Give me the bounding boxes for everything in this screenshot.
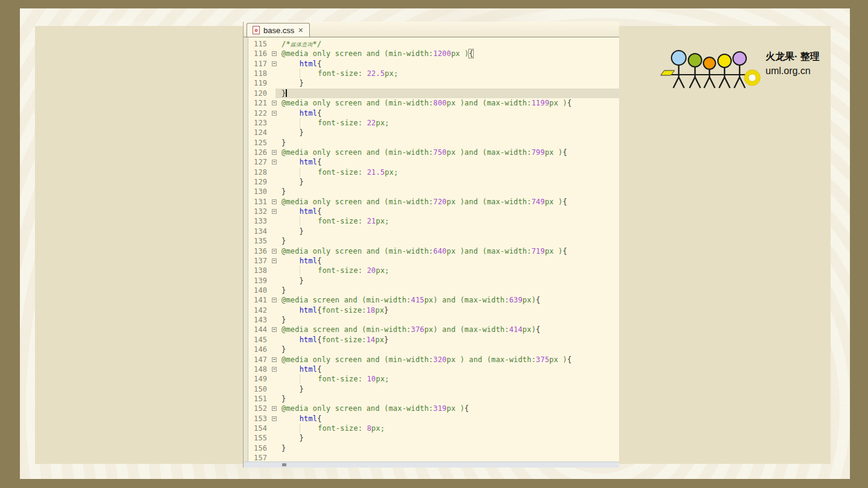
line-number: 143 bbox=[248, 315, 271, 325]
code-line-150: 150 } bbox=[248, 384, 619, 394]
code-area[interactable]: 115/*媒体查询*/116@media only screen and (mi… bbox=[244, 37, 619, 462]
line-number: 129 bbox=[248, 177, 271, 187]
code-line-120: 120} bbox=[248, 89, 619, 98]
code-text: } bbox=[281, 78, 304, 88]
line-number: 134 bbox=[248, 227, 271, 236]
fold-collapse-icon[interactable] bbox=[271, 246, 281, 256]
code-line-132: 132 html{ bbox=[248, 207, 619, 216]
code-text: @media only screen and (min-width:1200px… bbox=[281, 49, 473, 58]
fold-collapse-icon[interactable] bbox=[271, 108, 281, 118]
code-line-115: 115/*媒体查询*/ bbox=[248, 39, 619, 49]
code-text: } bbox=[281, 138, 286, 148]
fold-column bbox=[271, 187, 281, 196]
code-text: @media only screen and (min-width:640px … bbox=[281, 246, 567, 256]
fold-column bbox=[271, 384, 281, 394]
code-line-129: 129 } bbox=[248, 177, 619, 187]
code-text: } bbox=[281, 187, 286, 196]
fold-column bbox=[271, 315, 281, 325]
fold-column bbox=[271, 305, 281, 315]
logo-title: 火龙果· 整理 bbox=[766, 51, 820, 63]
fold-collapse-icon[interactable] bbox=[271, 207, 281, 216]
fold-collapse-icon[interactable] bbox=[271, 59, 281, 69]
fold-column bbox=[271, 216, 281, 226]
code-text: } bbox=[281, 177, 304, 187]
code-editor-window[interactable]: o base.css ✕ 115/*媒体查询*/116@media only s… bbox=[243, 22, 619, 468]
line-number: 137 bbox=[248, 256, 271, 266]
line-number: 125 bbox=[248, 138, 271, 148]
fold-collapse-icon[interactable] bbox=[271, 364, 281, 374]
code-text: } bbox=[281, 384, 304, 394]
line-number: 118 bbox=[248, 69, 271, 78]
code-line-125: 125} bbox=[248, 138, 619, 148]
css-file-icon: o bbox=[253, 26, 260, 34]
fold-collapse-icon[interactable] bbox=[271, 355, 281, 364]
code-line-130: 130} bbox=[248, 187, 619, 196]
fold-collapse-icon[interactable] bbox=[271, 98, 281, 108]
code-text: @media only screen and (min-width:720px … bbox=[281, 197, 567, 207]
line-number: 132 bbox=[248, 207, 271, 216]
code-text: html{font-size:14px} bbox=[281, 335, 389, 345]
fold-collapse-icon[interactable] bbox=[271, 148, 281, 157]
line-number: 121 bbox=[248, 98, 271, 108]
code-text: font-size: 8px; bbox=[281, 424, 385, 433]
tab-close-icon[interactable]: ✕ bbox=[298, 27, 303, 34]
line-number: 146 bbox=[248, 345, 271, 354]
code-text: font-size: 22.5px; bbox=[281, 69, 398, 78]
tab-label: base.css bbox=[263, 26, 294, 35]
fold-column bbox=[271, 128, 281, 137]
code-line-156: 156} bbox=[248, 443, 619, 453]
line-number: 142 bbox=[248, 305, 271, 315]
code-text: html{ bbox=[281, 364, 322, 374]
code-text: html{ bbox=[281, 59, 322, 69]
code-text: } bbox=[281, 345, 286, 354]
code-text: } bbox=[281, 394, 286, 404]
line-number: 140 bbox=[248, 286, 271, 295]
code-line-136: 136@media only screen and (min-width:640… bbox=[248, 246, 619, 256]
line-number: 144 bbox=[248, 325, 271, 334]
fold-collapse-icon[interactable] bbox=[271, 404, 281, 413]
line-number: 127 bbox=[248, 157, 271, 167]
line-number: 126 bbox=[248, 148, 271, 157]
fold-collapse-icon[interactable] bbox=[271, 295, 281, 305]
fold-collapse-icon[interactable] bbox=[271, 325, 281, 334]
code-line-144: 144@media screen and (min-width:376px) a… bbox=[248, 325, 619, 334]
code-line-117: 117 html{ bbox=[248, 59, 619, 69]
code-line-127: 127 html{ bbox=[248, 157, 619, 167]
horizontal-scrollbar[interactable] bbox=[244, 461, 619, 468]
code-line-131: 131@media only screen and (min-width:720… bbox=[248, 197, 619, 207]
scrollbar-thumb[interactable] bbox=[282, 463, 286, 466]
line-number: 116 bbox=[248, 49, 271, 58]
fold-column bbox=[271, 89, 281, 98]
line-number: 149 bbox=[248, 374, 271, 384]
code-line-122: 122 html{ bbox=[248, 108, 619, 118]
line-number: 124 bbox=[248, 128, 271, 137]
code-text: } bbox=[281, 276, 304, 286]
fold-collapse-icon[interactable] bbox=[271, 256, 281, 266]
code-text: font-size: 21.5px; bbox=[281, 167, 398, 177]
code-text: html{ bbox=[281, 414, 322, 424]
code-text: html{ bbox=[281, 207, 322, 216]
line-number: 120 bbox=[248, 89, 271, 98]
line-number: 128 bbox=[248, 167, 271, 177]
code-text: @media only screen and (min-width:750px … bbox=[281, 148, 567, 157]
code-line-137: 137 html{ bbox=[248, 256, 619, 266]
code-text: @media only screen and (max-width:319px … bbox=[281, 404, 469, 413]
code-text: html{ bbox=[281, 108, 322, 118]
code-line-146: 146} bbox=[248, 345, 619, 354]
fold-column bbox=[271, 276, 281, 286]
fold-collapse-icon[interactable] bbox=[271, 414, 281, 424]
fold-collapse-icon[interactable] bbox=[271, 197, 281, 207]
code-line-145: 145 html{font-size:14px} bbox=[248, 335, 619, 345]
code-line-126: 126@media only screen and (min-width:750… bbox=[248, 148, 619, 157]
code-text: @media screen and (min-width:415px) and … bbox=[281, 295, 540, 305]
fold-collapse-icon[interactable] bbox=[271, 157, 281, 167]
fold-collapse-icon[interactable] bbox=[271, 49, 281, 58]
code-line-152: 152@media only screen and (max-width:319… bbox=[248, 404, 619, 413]
code-text: @media only screen and (min-width:800px … bbox=[281, 98, 571, 108]
code-text: } bbox=[281, 286, 286, 295]
code-line-155: 155 } bbox=[248, 433, 619, 443]
tab-base-css[interactable]: o base.css ✕ bbox=[247, 23, 310, 37]
fold-column bbox=[271, 167, 281, 177]
code-line-147: 147@media only screen and (min-width:320… bbox=[248, 355, 619, 364]
line-number: 115 bbox=[248, 39, 271, 49]
